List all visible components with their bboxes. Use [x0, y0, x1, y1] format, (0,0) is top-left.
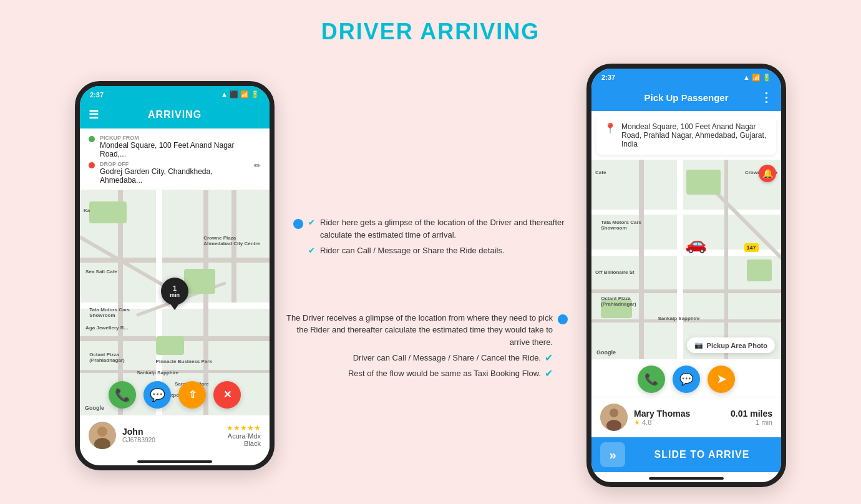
left-time: 2:37	[90, 91, 104, 99]
bottom-annotation: The Driver receives a glimpse of the loc…	[281, 312, 580, 385]
pickup-label: PICKUP FROM	[100, 135, 261, 141]
right-map: Cafe Crowne Plaza Tata Motors CarsShowro…	[591, 160, 781, 359]
left-header-title: ARRIVING	[148, 109, 202, 120]
home-indicator-left	[137, 460, 212, 463]
left-status-bar: 2:37 ▲ ⬛ 📶 🔋	[80, 86, 270, 101]
home-indicator-right	[649, 477, 724, 480]
more-icon-right[interactable]: ⋮	[760, 90, 772, 105]
google-label-right: Google	[596, 349, 616, 356]
cancel-button-left[interactable]: ✕	[213, 381, 241, 409]
car-info: ★★★★★ Acura-Mdx Black	[226, 424, 261, 447]
car-marker: 🚗	[685, 233, 707, 254]
map-arrival-pin: 1 min	[161, 278, 188, 305]
driver-name: John	[122, 427, 155, 437]
left-map: Ka Crowne PlazaAhmedabad City Centre Sea…	[80, 190, 270, 415]
edit-icon[interactable]: ✏	[254, 161, 261, 170]
star-icon: ★	[634, 419, 640, 427]
pickup-dropoff-card: PICKUP FROM Mondeal Square, 100 Feet Ana…	[80, 128, 270, 190]
page-title: DRIVER ARRIVING	[321, 19, 540, 45]
google-label-left: Google	[85, 405, 104, 411]
share-button-right[interactable]: ➤	[708, 366, 735, 393]
slide-to-arrive-bar[interactable]: » SLIDE TO ARRIVE	[591, 437, 781, 472]
message-button-left[interactable]: 💬	[144, 381, 171, 409]
driver-info: John GJ67B3920	[122, 427, 155, 443]
connector-dot-bottom	[558, 314, 568, 324]
right-time: 2:37	[601, 74, 615, 81]
right-status-icons: ▲ 📶 🔋	[743, 74, 771, 82]
pickup-photo-button[interactable]: 📷 Pickup Area Photo	[687, 337, 775, 353]
slide-chevrons-icon: »	[600, 442, 625, 467]
pickup-dot	[89, 136, 95, 142]
left-top-bar: ☰ ARRIVING	[80, 101, 270, 128]
top-annotation: ✔ Rider here gets a glimpse of the locat…	[281, 216, 580, 262]
left-phone: 2:37 ▲ ⬛ 📶 🔋 ☰ ARRIVING PICKUP FROM Mond…	[75, 81, 275, 470]
annotation-line-2: ✔ Rider can Call / Message or Share the …	[308, 245, 580, 257]
dropoff-address: Godrej Garden City, Chandkheda, Ahmedaba…	[100, 167, 249, 185]
check-icon-1: ✔	[308, 216, 315, 229]
passenger-avatar	[600, 404, 628, 431]
passenger-card: Mary Thomas ★ 4.8 0.01 miles 1 min	[591, 397, 781, 437]
svg-point-5	[606, 420, 621, 431]
bell-icon[interactable]: 🔔	[759, 165, 776, 182]
driver-action-buttons: 📞 💬 ➤	[591, 359, 781, 397]
dropoff-dot	[89, 162, 95, 168]
car-model: Acura-Mdx	[226, 432, 261, 440]
pickup-address: Mondeal Square, 100 Feet Anand Nagar Roa…	[100, 141, 261, 158]
check-icon-2: ✔	[308, 245, 315, 257]
share-button-left[interactable]: ⇧	[178, 381, 206, 409]
right-status-bar: 2:37 ▲ 📶 🔋	[591, 69, 781, 84]
check-icon-4: ✔	[545, 367, 553, 379]
dropoff-row: DROP OFF Godrej Garden City, Chandkheda,…	[89, 161, 261, 185]
right-top-bar: Pick Up Passenger ⋮	[591, 84, 781, 111]
connector-dot-top	[293, 219, 303, 229]
driver-avatar	[89, 422, 116, 449]
action-buttons-left: 📞 💬 ⇧ ✕	[109, 381, 241, 409]
slide-text: SLIDE TO ARRIVE	[631, 449, 772, 460]
annotation-line-1: ✔ Rider here gets a glimpse of the locat…	[308, 216, 580, 241]
svg-point-4	[610, 409, 618, 417]
distance-value: 0.01 miles	[731, 409, 772, 419]
hamburger-icon[interactable]: ☰	[89, 108, 99, 122]
car-color: Black	[226, 440, 261, 447]
annotation-line-5: Rest of the flow would be same as Taxi B…	[281, 367, 553, 379]
driver-rating: ★★★★★	[226, 424, 261, 432]
passenger-rating: ★ 4.8	[634, 419, 690, 427]
check-icon-3: ✔	[545, 352, 553, 364]
call-button-right[interactable]: 📞	[638, 366, 665, 393]
passenger-info: Mary Thomas ★ 4.8	[634, 409, 690, 427]
location-card: 📍 Mondeal Square, 100 Feet Anand Nagar R…	[596, 116, 776, 155]
left-status-icons: ▲ ⬛ 📶 🔋	[221, 90, 260, 99]
distance-time: 1 min	[731, 419, 772, 426]
distance-info: 0.01 miles 1 min	[731, 409, 772, 426]
dropoff-label: DROP OFF	[100, 161, 249, 167]
right-header-title: Pick Up Passenger	[644, 92, 728, 103]
svg-point-1	[97, 427, 107, 437]
location-pin-icon: 📍	[604, 122, 616, 134]
pickup-row: PICKUP FROM Mondeal Square, 100 Feet Ana…	[89, 135, 261, 158]
annotation-line-4: Driver can Call / Message / Share / Canc…	[281, 352, 553, 364]
pickup-photo-label: Pickup Area Photo	[707, 342, 767, 349]
location-address: Mondeal Square, 100 Feet Anand Nagar Roa…	[621, 122, 769, 148]
main-layout: 2:37 ▲ ⬛ 📶 🔋 ☰ ARRIVING PICKUP FROM Mond…	[12, 64, 849, 487]
passenger-name: Mary Thomas	[634, 409, 690, 419]
driver-id: GJ67B3920	[122, 437, 155, 443]
camera-icon: 📷	[694, 341, 703, 349]
annotation-line-3: The Driver receives a glimpse of the loc…	[281, 312, 553, 349]
annotations-area: ✔ Rider here gets a glimpse of the locat…	[275, 167, 586, 384]
driver-card: John GJ67B3920 ★★★★★ Acura-Mdx Black	[80, 415, 270, 455]
call-button-left[interactable]: 📞	[109, 381, 136, 409]
message-button-right[interactable]: 💬	[673, 366, 700, 393]
right-phone: 2:37 ▲ 📶 🔋 Pick Up Passenger ⋮ 📍 Mondeal…	[586, 64, 786, 487]
